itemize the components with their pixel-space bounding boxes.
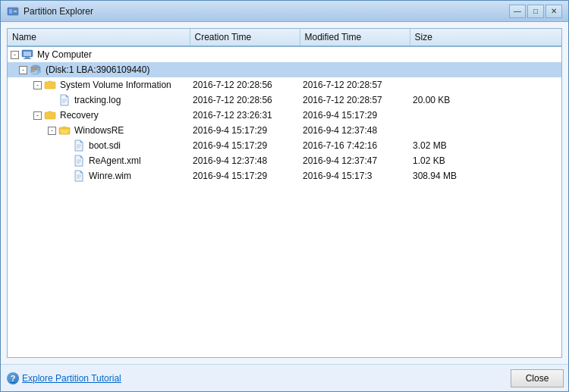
window-title: Partition Explorer — [24, 6, 509, 17]
row-name: ReAgent.xml — [89, 155, 141, 166]
modified-cell — [300, 62, 410, 77]
size-cell — [410, 108, 561, 123]
minimize-button[interactable]: — — [509, 5, 526, 18]
modified-cell — [300, 46, 410, 62]
creation-cell: 2016-9-4 12:37:48 — [190, 153, 300, 168]
name-cell-inner: boot.sdi — [11, 140, 187, 152]
close-window-button[interactable]: ✕ — [545, 5, 562, 18]
expand-btn[interactable]: - — [19, 66, 27, 74]
row-icon — [58, 94, 71, 106]
file-tree-container[interactable]: Name Creation Time Modified Time Size - … — [7, 28, 562, 358]
row-name: Recovery — [60, 110, 99, 121]
row-icon — [21, 49, 33, 61]
row-icon — [73, 170, 85, 182]
tutorial-label: Explore Partition Tutorial — [22, 373, 121, 384]
name-cell: - My Computer — [8, 46, 190, 62]
modified-cell: 2016-9-4 12:37:48 — [300, 123, 410, 138]
row-icon — [73, 140, 85, 152]
col-header-creation[interactable]: Creation Time — [190, 29, 300, 46]
size-cell: 1.02 KB — [410, 153, 561, 168]
tutorial-link[interactable]: ? Explore Partition Tutorial — [7, 372, 121, 384]
creation-cell — [190, 46, 300, 62]
creation-cell: 2016-9-4 15:17:29 — [190, 123, 300, 138]
name-cell-inner: - WindowsRE — [11, 124, 187, 136]
svg-point-10 — [37, 71, 39, 72]
name-cell-inner: tracking.log — [11, 94, 187, 106]
row-icon — [44, 79, 56, 91]
modified-cell: 2016-7-12 20:28:57 — [300, 77, 410, 93]
name-cell: - Recovery — [8, 108, 190, 123]
svg-rect-6 — [24, 58, 31, 59]
table-row[interactable]: Winre.wim 2016-9-4 15:17:292016-9-4 15:1… — [8, 168, 561, 183]
table-row[interactable]: ReAgent.xml 2016-9-4 12:37:482016-9-4 12… — [8, 153, 561, 168]
size-cell — [410, 62, 561, 77]
footer: ? Explore Partition Tutorial Close — [1, 364, 568, 391]
maximize-button[interactable]: □ — [527, 5, 544, 18]
app-icon — [7, 5, 19, 17]
row-name: WindowsRE — [74, 125, 124, 136]
col-header-modified[interactable]: Modified Time — [300, 29, 410, 46]
row-name: System Volume Information — [60, 80, 171, 90]
row-icon — [73, 155, 85, 167]
modified-cell: 2016-9-4 15:17:3 — [300, 168, 410, 183]
col-header-name[interactable]: Name — [8, 29, 190, 46]
table-row[interactable]: - Recovery 2016-7-12 23:26:312016-9-4 15… — [8, 108, 561, 123]
row-icon — [58, 124, 71, 136]
creation-cell: 2016-7-12 23:26:31 — [190, 108, 300, 123]
size-cell — [410, 123, 561, 138]
name-cell: tracking.log — [8, 93, 190, 108]
table-row[interactable]: - System Volume Information 2016-7-12 20… — [8, 77, 561, 93]
window-controls: — □ ✕ — [509, 5, 562, 18]
name-cell-inner: - My Computer — [11, 49, 187, 61]
size-cell: 20.00 KB — [410, 93, 561, 108]
creation-cell: 2016-7-12 20:28:56 — [190, 93, 300, 108]
row-icon — [30, 64, 42, 76]
name-cell: Winre.wim — [8, 168, 190, 183]
table-row[interactable]: boot.sdi 2016-9-4 15:17:292016-7-16 7:42… — [8, 138, 561, 153]
row-name: (Disk:1 LBA:3906109440) — [46, 64, 149, 75]
name-cell-inner: ReAgent.xml — [11, 155, 187, 167]
svg-rect-5 — [25, 57, 30, 58]
row-name: Winre.wim — [89, 171, 131, 181]
creation-cell: 2016-9-4 15:17:29 — [190, 168, 300, 183]
modified-cell: 2016-7-16 7:42:16 — [300, 138, 410, 153]
svg-rect-1 — [9, 9, 12, 14]
name-cell-inner: - Recovery — [11, 109, 187, 121]
close-button[interactable]: Close — [511, 369, 564, 387]
expand-btn[interactable]: - — [33, 81, 42, 89]
svg-rect-4 — [24, 52, 31, 56]
table-row[interactable]: tracking.log 2016-7-12 20:28:562016-7-12… — [8, 93, 561, 108]
size-cell: 308.94 MB — [410, 168, 561, 183]
modified-cell: 2016-9-4 15:17:29 — [300, 108, 410, 123]
name-cell-inner: Winre.wim — [11, 170, 187, 182]
table-row[interactable]: - (Disk:1 LBA:3906109440) — [8, 62, 561, 77]
size-cell — [410, 77, 561, 93]
title-bar: Partition Explorer — □ ✕ — [1, 1, 568, 22]
content-area: Name Creation Time Modified Time Size - … — [1, 22, 568, 364]
svg-point-9 — [31, 70, 40, 74]
name-cell: - WindowsRE — [8, 123, 190, 138]
svg-rect-2 — [14, 11, 17, 12]
name-cell-inner: - System Volume Information — [11, 79, 187, 91]
expand-btn[interactable]: - — [11, 51, 19, 59]
table-header-row: Name Creation Time Modified Time Size — [8, 29, 561, 46]
row-name: My Computer — [37, 49, 92, 60]
col-header-size[interactable]: Size — [410, 29, 561, 46]
expand-btn[interactable]: - — [33, 111, 42, 120]
help-icon: ? — [7, 372, 19, 384]
name-cell: - System Volume Information — [8, 77, 190, 93]
modified-cell: 2016-7-12 20:28:57 — [300, 93, 410, 108]
name-cell: ReAgent.xml — [8, 153, 190, 168]
name-cell-inner: - (Disk:1 LBA:3906109440) — [11, 64, 187, 76]
main-window: Partition Explorer — □ ✕ Name Creation T… — [0, 0, 569, 392]
creation-cell — [190, 62, 300, 77]
creation-cell: 2016-9-4 15:17:29 — [190, 138, 300, 153]
size-cell: 3.02 MB — [410, 138, 561, 153]
row-name: tracking.log — [74, 95, 121, 105]
table-row[interactable]: - My Computer — [8, 46, 561, 62]
name-cell: boot.sdi — [8, 138, 190, 153]
expand-btn[interactable]: - — [48, 127, 56, 135]
table-row[interactable]: - WindowsRE 2016-9-4 15:17:292016-9-4 12… — [8, 123, 561, 138]
row-icon — [44, 109, 56, 121]
modified-cell: 2016-9-4 12:37:47 — [300, 153, 410, 168]
